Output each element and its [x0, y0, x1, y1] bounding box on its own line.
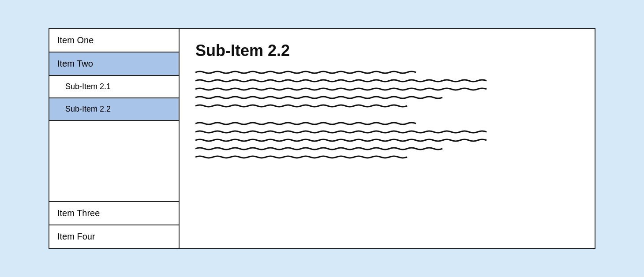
sidebar-item-label: Item Three — [57, 208, 100, 218]
scribble-line — [195, 95, 521, 100]
scribble-line — [195, 154, 483, 160]
scribble-line — [195, 103, 483, 109]
sidebar: Item One Item Two Sub-Item 2.1 Sub-Item … — [49, 29, 180, 248]
sidebar-item-label: Item One — [57, 35, 94, 45]
scribble-line — [195, 70, 445, 75]
paragraph-2 — [195, 121, 579, 160]
scribble-line — [195, 129, 571, 135]
sidebar-item-item-one[interactable]: Item One — [49, 29, 179, 52]
paragraph-1 — [195, 70, 579, 109]
content-title: Sub-Item 2.2 — [195, 41, 579, 60]
outer-container: Item One Item Two Sub-Item 2.1 Sub-Item … — [9, 15, 635, 262]
sidebar-item-item-four[interactable]: Item Four — [49, 225, 179, 248]
scribble-line — [195, 138, 571, 143]
scribble-line — [195, 86, 571, 92]
sidebar-item-label: Sub-Item 2.2 — [65, 105, 111, 113]
sidebar-item-label: Item Two — [57, 59, 93, 68]
sidebar-item-sub-2-1[interactable]: Sub-Item 2.1 — [49, 76, 179, 98]
scribble-line — [195, 121, 445, 126]
sidebar-item-label: Sub-Item 2.1 — [65, 82, 111, 91]
sidebar-item-sub-2-2[interactable]: Sub-Item 2.2 — [49, 98, 179, 121]
sidebar-item-label: Item Four — [57, 232, 95, 241]
scribble-line — [195, 78, 571, 83]
sidebar-item-item-two[interactable]: Item Two — [49, 52, 179, 76]
sidebar-spacer — [49, 121, 179, 202]
content-panel: Sub-Item 2.2 — [180, 29, 595, 248]
sidebar-item-item-three[interactable]: Item Three — [49, 202, 179, 225]
main-panel: Item One Item Two Sub-Item 2.1 Sub-Item … — [49, 28, 595, 249]
scribble-line — [195, 146, 521, 151]
